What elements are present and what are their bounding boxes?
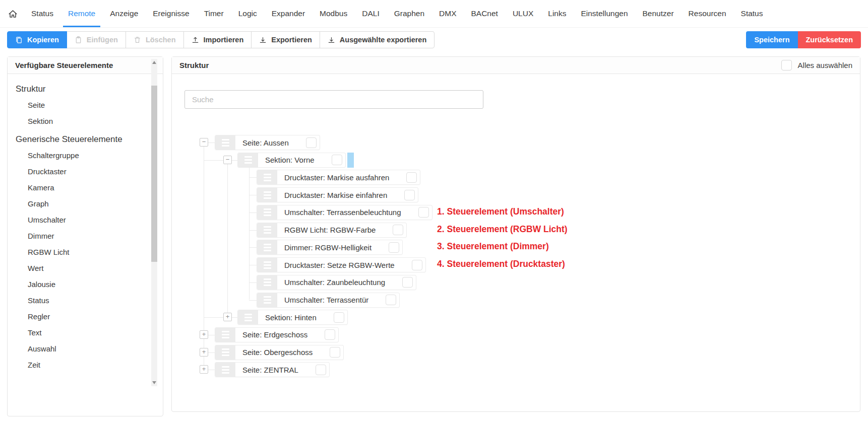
drag-handle-icon[interactable] xyxy=(238,310,258,324)
drag-handle-icon[interactable] xyxy=(257,275,277,290)
tree-node-checkbox[interactable] xyxy=(316,365,326,375)
drag-handle-icon[interactable] xyxy=(215,135,235,150)
nav-item-benutzer[interactable]: Benutzer xyxy=(642,0,675,28)
scroll-down-icon[interactable] xyxy=(151,379,157,386)
tree-node-checkbox[interactable] xyxy=(412,260,422,270)
save-button[interactable]: Speichern xyxy=(746,31,797,48)
nav-item-ulux[interactable]: ULUX xyxy=(512,0,534,28)
palette-item-rgbw-licht[interactable]: RGBW Licht xyxy=(8,244,163,260)
toolbar-button-label: Ausgewählte exportieren xyxy=(340,36,426,44)
nav-item-status-2[interactable]: Status xyxy=(740,0,764,28)
drag-handle-icon[interactable] xyxy=(257,258,277,272)
nav-item-einstellungen[interactable]: Einstellungen xyxy=(580,0,629,28)
tree-node-sektion-vorne[interactable]: Sektion: Vorne xyxy=(237,153,346,168)
nav-item-links[interactable]: Links xyxy=(547,0,567,28)
palette-item-zeit[interactable]: Zeit xyxy=(8,357,163,373)
palette-item-umschalter[interactable]: Umschalter xyxy=(8,212,163,228)
nav-item-anzeige[interactable]: Anzeige xyxy=(109,0,139,28)
tree-node-label: RGBW Licht: RGBW-Farbe xyxy=(277,226,376,234)
nav-item-remote[interactable]: Remote xyxy=(67,0,96,28)
nav-item-dmx[interactable]: DMX xyxy=(438,0,457,28)
scroll-up-icon[interactable] xyxy=(151,59,157,66)
tree-node-checkbox[interactable] xyxy=(418,207,429,218)
expand-node-icon[interactable]: + xyxy=(200,330,208,339)
drag-handle-icon[interactable] xyxy=(257,170,277,184)
tree-node-checkbox[interactable] xyxy=(402,277,413,288)
palette-item-graph[interactable]: Graph xyxy=(8,196,163,212)
drag-handle-icon[interactable] xyxy=(257,223,277,237)
tree-node-checkbox[interactable] xyxy=(386,295,396,305)
tree-node-checkbox[interactable] xyxy=(330,347,340,358)
palette-item-text[interactable]: Text xyxy=(8,325,163,341)
tree-node-seite-zentral[interactable]: Seite: ZENTRAL xyxy=(215,362,330,377)
palette-item-auswahl[interactable]: Auswahl xyxy=(8,341,163,357)
drag-handle-icon[interactable] xyxy=(238,153,258,167)
tree-node-sektion-hinten[interactable]: Sektion: Hinten xyxy=(237,310,348,325)
palette-item-regler[interactable]: Regler xyxy=(8,309,163,325)
nav-item-graphen[interactable]: Graphen xyxy=(393,0,425,28)
exportieren-button[interactable]: Exportieren xyxy=(251,31,320,48)
drag-handle-icon[interactable] xyxy=(257,205,277,220)
palette-item-sektion[interactable]: Sektion xyxy=(8,113,163,129)
kopieren-button[interactable]: Kopieren xyxy=(7,31,67,48)
palette-item-dimmer[interactable]: Dimmer xyxy=(8,228,163,244)
expand-node-icon[interactable]: + xyxy=(200,348,208,357)
nav-item-resourcen[interactable]: Resourcen xyxy=(688,0,727,28)
tree-node-checkbox[interactable] xyxy=(325,329,335,340)
expand-node-icon[interactable]: + xyxy=(200,365,208,374)
tree-node-seite-erdgeschoss[interactable]: Seite: Erdgeschoss xyxy=(215,327,339,342)
tree-node-drucktaster-setze-rgbw-werte[interactable]: Drucktaster: Setze RGBW-Werte xyxy=(257,257,426,272)
palette-item-schaltergruppe[interactable]: Schaltergruppe xyxy=(8,148,163,164)
drag-handle-icon[interactable] xyxy=(257,240,277,254)
drag-handle-icon[interactable] xyxy=(257,188,277,202)
nav-item-timer[interactable]: Timer xyxy=(203,0,225,28)
tree-row: Umschalter: Terrassenbeleuchtung1. Steue… xyxy=(172,205,855,220)
tree-node-seite-obergeschoss[interactable]: Seite: Obergeschoss xyxy=(215,345,344,360)
drag-handle-icon[interactable] xyxy=(215,345,235,360)
drag-handle-icon[interactable] xyxy=(215,328,235,342)
home-icon[interactable] xyxy=(8,9,18,19)
tree-node-umschalter-terrassent-r[interactable]: Umschalter: Terrassentür xyxy=(257,293,400,308)
collapse-node-icon[interactable]: − xyxy=(200,138,208,147)
palette-item-status[interactable]: Status xyxy=(8,293,163,309)
tree-node-drucktaster-markise-einfahren[interactable]: Drucktaster: Markise einfahren xyxy=(257,187,418,202)
ausgew-hlte-exportieren-button[interactable]: Ausgewählte exportieren xyxy=(320,31,435,48)
search-input[interactable] xyxy=(184,90,483,109)
palette-item-drucktaster[interactable]: Drucktaster xyxy=(8,164,163,180)
importieren-button[interactable]: Importieren xyxy=(183,31,252,48)
nav-item-dali[interactable]: DALI xyxy=(361,0,380,28)
tree-node-checkbox[interactable] xyxy=(406,172,417,183)
tree-node-rgbw-licht-rgbw-farbe[interactable]: RGBW Licht: RGBW-Farbe xyxy=(257,223,407,238)
expand-node-icon[interactable]: + xyxy=(223,313,232,321)
tree-node-label: Drucktaster: Markise ausfahren xyxy=(277,173,389,182)
nav-item-logic[interactable]: Logic xyxy=(237,0,258,28)
select-all-checkbox[interactable] xyxy=(781,60,792,70)
nav-item-bacnet[interactable]: BACnet xyxy=(470,0,499,28)
collapse-node-icon[interactable]: − xyxy=(223,156,232,164)
tree-guide-connector xyxy=(249,195,257,195)
tree-node-checkbox[interactable] xyxy=(332,155,342,165)
palette-item-kamera[interactable]: Kamera xyxy=(8,180,163,196)
tree-node-seite-aussen[interactable]: Seite: Aussen xyxy=(215,135,320,150)
tree-node-drucktaster-markise-ausfahren[interactable]: Drucktaster: Markise ausfahren xyxy=(257,170,420,185)
tree-node-umschalter-zaunbeleuchtung[interactable]: Umschalter: Zaunbeleuchtung xyxy=(257,275,416,290)
tree-node-umschalter-terrassenbeleuchtung[interactable]: Umschalter: Terrassenbeleuchtung xyxy=(257,205,432,220)
nav-item-modbus[interactable]: Modbus xyxy=(319,0,348,28)
palette-item-seite[interactable]: Seite xyxy=(8,97,163,113)
scrollbar-thumb[interactable] xyxy=(151,86,157,262)
tree-node-checkbox[interactable] xyxy=(306,137,317,148)
tree-node-dimmer-rgbw-helligkeit[interactable]: Dimmer: RGBW-Helligkeit xyxy=(257,240,403,255)
palette-item-jalousie[interactable]: Jalousie xyxy=(8,276,163,293)
tree-node-checkbox[interactable] xyxy=(334,312,344,323)
tree-node-checkbox[interactable] xyxy=(393,225,403,235)
palette-item-wert[interactable]: Wert xyxy=(8,260,163,276)
drag-handle-icon[interactable] xyxy=(215,363,235,377)
tree-node-checkbox[interactable] xyxy=(404,190,415,200)
nav-item-status[interactable]: Status xyxy=(30,0,54,28)
palette-scrollbar[interactable] xyxy=(151,59,157,386)
tree-node-checkbox[interactable] xyxy=(389,242,399,253)
drag-handle-icon[interactable] xyxy=(257,293,277,307)
nav-item-expander[interactable]: Expander xyxy=(271,0,306,28)
reset-button[interactable]: Zurücksetzen xyxy=(798,31,861,48)
nav-item-ereignisse[interactable]: Ereignisse xyxy=(152,0,190,28)
